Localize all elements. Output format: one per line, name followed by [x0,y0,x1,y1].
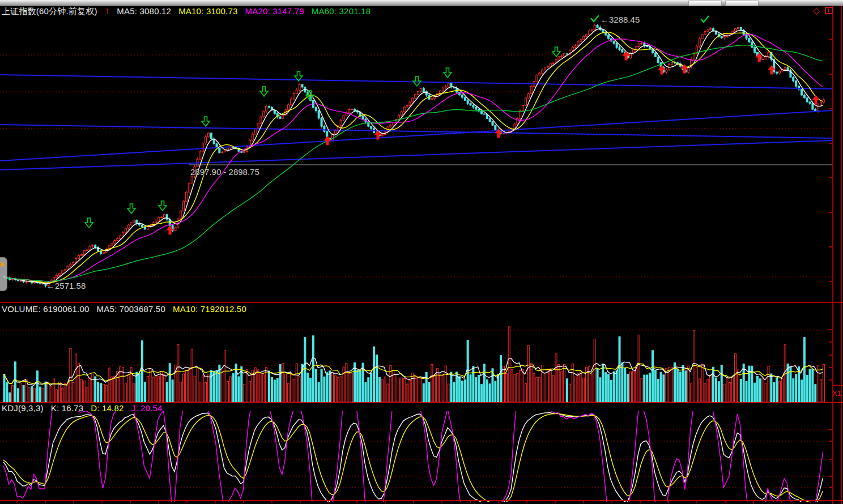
ma20-value: MA20: 3147.79 [245,6,304,17]
chart-canvas [0,0,843,504]
volume-pane-header: VOLUME: 6190061.00 MA5: 7003687.50 MA10:… [2,304,246,314]
volume-ma10-value: MA10: 7192012.50 [173,304,246,314]
side-panel-toggle[interactable] [0,257,7,291]
kdj-pane[interactable] [0,403,833,501]
low-price-annotation: ←2571.58 [46,281,86,291]
signal-up-arrow-icon: ↑ [105,6,110,17]
price-pane-header: 上证指数(60分钟.前复权) ↑ MA5: 3080.12 MA10: 3100… [2,6,371,17]
scale-multiplier-label: X1 [832,389,841,398]
ma5-value: MA5: 3080.12 [117,6,171,17]
price-pane[interactable] [0,7,833,302]
panel-arrow-icon [1,262,5,267]
kdj-title[interactable]: KDJ(9,3,3) [2,403,44,413]
volume-value: VOLUME: 6190061.00 [2,304,90,314]
kdj-j-value: J: 20.54 [131,403,163,413]
kdj-d-value: D: 14.82 [91,403,124,413]
chart-window: 上证指数(60分钟.前复权) ↑ MA5: 3080.12 MA10: 3100… [0,0,843,504]
ma60-value: MA60: 3201.18 [312,6,371,17]
ma10-value: MA10: 3100.73 [178,6,237,17]
pane-controls: ◇ [813,6,833,15]
volume-ma5-value: MA5: 7003687.50 [97,304,165,314]
volume-pane[interactable] [0,302,833,402]
kdj-k-value: K: 16.73 [51,403,83,413]
peak-price-annotation: ←3288.45 [601,15,640,24]
gap-range-annotation: 2897.90 - 2898.75 [190,167,259,177]
kdj-pane-header: KDJ(9,3,3) K: 16.73 D: 14.82 J: 20.54 [2,403,162,413]
instrument-title[interactable]: 上证指数(60分钟.前复权) [2,6,97,17]
split-window-icon[interactable] [825,7,833,14]
diamond-icon[interactable]: ◇ [813,6,820,15]
